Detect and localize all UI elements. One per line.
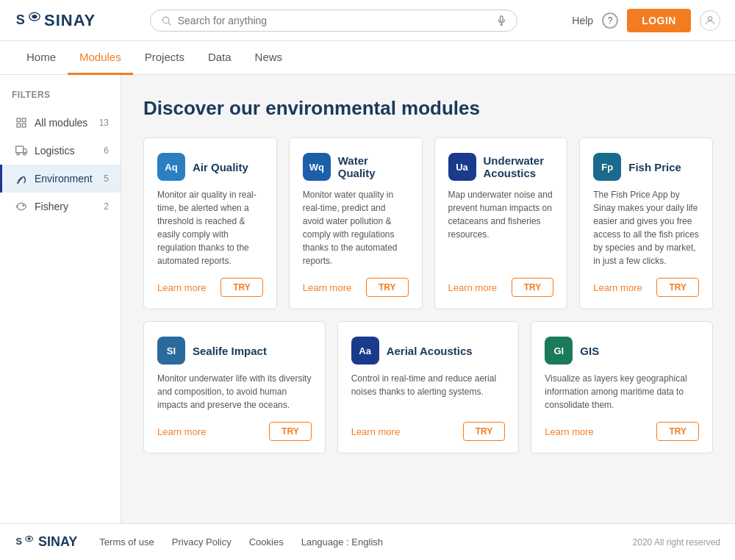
name-si: Sealife Impact <box>193 345 267 357</box>
try-btn-aa[interactable]: TRY <box>463 422 506 441</box>
name-aq: Air Quality <box>193 161 248 173</box>
footer-privacy[interactable]: Privacy Policy <box>172 536 232 548</box>
try-btn-ua[interactable]: TRY <box>512 278 554 297</box>
search-input[interactable] <box>178 15 490 26</box>
footer: S SINAY Terms of use Privacy Policy Cook… <box>0 523 735 560</box>
try-btn-aq[interactable]: TRY <box>220 278 263 297</box>
sidebar-item-environment[interactable]: Environment 5 <box>0 165 121 193</box>
footer-language[interactable]: Language : English <box>301 536 383 548</box>
login-button[interactable]: LOGIN <box>627 9 691 32</box>
actions-fp: Learn more TRY <box>593 278 699 297</box>
name-ua: Underwater Acoustics <box>484 154 554 179</box>
search-bar[interactable] <box>150 10 517 32</box>
svg-rect-11 <box>17 123 21 127</box>
module-card-aerial-acoustics: Aa Aerial Acoustics Control in real-time… <box>337 321 520 453</box>
learn-more-aq[interactable]: Learn more <box>157 282 206 293</box>
sidebar-item-all-modules[interactable]: All modules 13 <box>0 109 121 137</box>
grid-icon <box>14 115 29 130</box>
nav-home[interactable]: Home <box>15 42 68 75</box>
try-btn-wq[interactable]: TRY <box>366 278 409 297</box>
badge-fp: Fp <box>593 153 621 181</box>
help-icon[interactable]: ? <box>602 12 618 29</box>
learn-more-ua[interactable]: Learn more <box>448 282 497 293</box>
svg-rect-10 <box>22 118 26 122</box>
badge-gi: GI <box>545 337 573 365</box>
desc-aq: Monitor air quality in real-time, be ale… <box>157 188 263 268</box>
svg-rect-9 <box>17 118 21 122</box>
svg-point-15 <box>24 153 26 155</box>
footer-terms[interactable]: Terms of use <box>99 536 154 548</box>
learn-more-fp[interactable]: Learn more <box>593 282 642 293</box>
sidebar-count-logistics: 6 <box>104 146 109 156</box>
desc-wq: Monitor water quality in real-time, pred… <box>303 188 409 268</box>
mic-icon[interactable] <box>496 15 506 26</box>
learn-more-wq[interactable]: Learn more <box>303 282 351 293</box>
footer-cookies[interactable]: Cookies <box>249 536 284 548</box>
sidebar-count-environment: 5 <box>104 173 109 184</box>
desc-aa: Control in real-time and reduce aerial n… <box>351 372 506 412</box>
nav-news[interactable]: News <box>243 42 295 75</box>
card-header-aq: Aq Air Quality <box>157 153 263 181</box>
svg-point-16 <box>23 205 24 206</box>
try-btn-si[interactable]: TRY <box>269 422 312 441</box>
fish-icon <box>14 199 29 214</box>
module-card-water-quality: Wq Water Quality Monitor water quality i… <box>289 137 423 309</box>
sidebar-count-fishery: 2 <box>104 201 109 212</box>
card-header-si: SI Sealife Impact <box>157 337 312 365</box>
badge-si: SI <box>157 337 185 365</box>
name-wq: Water Quality <box>338 154 409 179</box>
sidebar-count-all: 13 <box>99 118 109 128</box>
sidebar-item-fishery[interactable]: Fishery 2 <box>0 193 121 220</box>
svg-text:S: S <box>16 12 26 27</box>
learn-more-aa[interactable]: Learn more <box>351 426 400 437</box>
svg-rect-12 <box>22 123 26 127</box>
badge-ua: Ua <box>448 153 476 181</box>
footer-language-value[interactable]: English <box>351 536 383 548</box>
nav-data[interactable]: Data <box>196 42 243 75</box>
svg-rect-13 <box>16 146 24 153</box>
sidebar-label-environment: Environment <box>35 173 98 184</box>
sidebar: FILTERS All modules 13 Logistics 6 <box>0 75 121 523</box>
learn-more-gi[interactable]: Learn more <box>545 426 593 437</box>
svg-point-14 <box>17 153 19 155</box>
name-gi: GIS <box>580 345 599 357</box>
user-icon[interactable] <box>700 10 720 31</box>
svg-line-4 <box>168 22 171 24</box>
modules-grid-row1: Aq Air Quality Monitor air quality in re… <box>143 137 713 309</box>
footer-logo-icon: S <box>15 532 35 553</box>
svg-point-19 <box>28 537 31 540</box>
learn-more-si[interactable]: Learn more <box>157 426 206 437</box>
sidebar-label-all: All modules <box>35 117 93 129</box>
svg-rect-5 <box>500 15 503 21</box>
sidebar-title: FILTERS <box>0 90 121 109</box>
name-fp: Fish Price <box>628 161 681 173</box>
module-card-air-quality: Aq Air Quality Monitor air quality in re… <box>143 137 277 309</box>
main-content: Discover our environmental modules Aq Ai… <box>121 75 735 523</box>
try-btn-gi[interactable]: TRY <box>656 422 699 441</box>
nav-modules[interactable]: Modules <box>68 42 133 75</box>
svg-point-8 <box>708 16 711 20</box>
sinay-logo-icon: S <box>15 7 41 34</box>
footer-logo: S SINAY <box>15 532 77 553</box>
actions-aa: Learn more TRY <box>351 422 506 441</box>
truck-icon <box>14 143 29 158</box>
card-header-fp: Fp Fish Price <box>593 153 699 181</box>
module-card-gis: GI GIS Visualize as layers key geographi… <box>531 321 713 453</box>
nav-projects[interactable]: Projects <box>133 42 196 75</box>
desc-gi: Visualize as layers key geographical inf… <box>545 372 699 412</box>
desc-fp: The Fish Price App by Sinay makes your d… <box>593 188 699 268</box>
actions-gi: Learn more TRY <box>545 422 699 441</box>
actions-ua: Learn more TRY <box>448 278 554 297</box>
try-btn-fp[interactable]: TRY <box>656 278 699 297</box>
card-header-aa: Aa Aerial Acoustics <box>351 337 506 365</box>
footer-links: Terms of use Privacy Policy Cookies Lang… <box>99 536 632 548</box>
body-layout: FILTERS All modules 13 Logistics 6 <box>0 75 735 523</box>
svg-point-2 <box>32 14 37 18</box>
module-card-sealife-impact: SI Sealife Impact Monitor underwater lif… <box>143 321 326 453</box>
desc-ua: Map underwater noise and prevent human i… <box>448 188 554 268</box>
desc-si: Monitor underwater life with its diversi… <box>157 372 312 412</box>
sidebar-label-fishery: Fishery <box>35 201 98 212</box>
main-nav: Home Modules Projects Data News <box>0 41 735 75</box>
sidebar-item-logistics[interactable]: Logistics 6 <box>0 137 121 165</box>
sidebar-label-logistics: Logistics <box>35 145 98 157</box>
